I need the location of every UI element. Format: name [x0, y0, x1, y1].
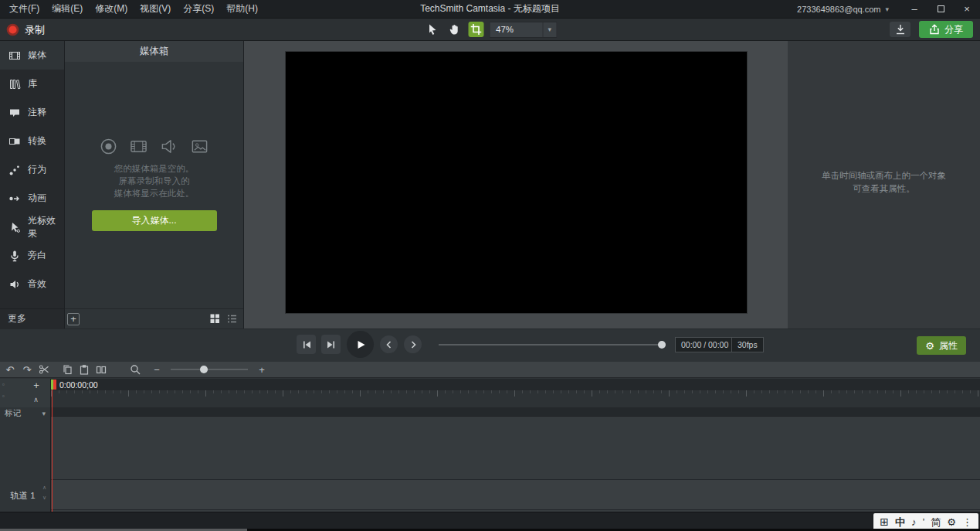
sidebar-item-voice-narration[interactable]: 旁白: [0, 241, 64, 270]
minimize-button[interactable]: –: [901, 0, 927, 18]
account-menu[interactable]: 2733649863@qq.com ▾: [797, 5, 889, 14]
scissors-icon: [39, 364, 49, 375]
empty-text-line: 屏幕录制和导入的: [65, 175, 243, 187]
add-media-button[interactable]: +: [67, 313, 80, 325]
share-label: 分享: [944, 23, 963, 36]
media-bin-empty-icons: [65, 138, 243, 155]
canvas-zoom-value: 47%: [496, 25, 514, 34]
sidebar-item-transitions[interactable]: 转换: [0, 127, 64, 155]
sidebar-item-library[interactable]: 库: [0, 70, 64, 98]
ime-grid-icon[interactable]: ⊞: [880, 516, 889, 527]
ime-tone-icon[interactable]: ♪: [911, 517, 917, 527]
media-bin-empty-state: 您的媒体箱是空的。 屏幕录制和导入的 媒体将显示在此处。 导入媒体...: [65, 138, 243, 231]
playhead-line[interactable]: [52, 407, 53, 512]
gear-icon: ⚙: [925, 341, 934, 351]
close-button[interactable]: ×: [954, 0, 980, 18]
track-1-label[interactable]: 轨道 1: [10, 490, 36, 502]
window-title: TechSmith Camtasia - 无标题项目: [420, 2, 560, 15]
add-track-button[interactable]: +: [30, 380, 42, 391]
hand-icon: [448, 23, 460, 36]
menu-edit[interactable]: 编辑(E): [46, 0, 89, 18]
sidebar-item-media[interactable]: 媒体: [0, 41, 64, 70]
record-button[interactable]: 录制: [6, 22, 45, 38]
select-tool-button[interactable]: [423, 21, 440, 38]
menu-list: 文件(F) 编辑(E) 修改(M) 视图(V) 分享(S) 帮助(H): [0, 0, 264, 18]
clipboard-icon: [79, 364, 90, 375]
chevron-down-icon: ▾: [885, 5, 889, 13]
ime-simplified[interactable]: 简: [931, 517, 941, 527]
speaker-icon: [160, 138, 178, 155]
pan-tool-button[interactable]: [446, 21, 463, 38]
timeline-zoom-knob[interactable]: [200, 366, 208, 373]
list-view-icon[interactable]: [227, 314, 237, 324]
sidebar-item-animations[interactable]: 动画: [0, 184, 64, 213]
filmstrip-icon: [129, 138, 148, 155]
prev-button[interactable]: [380, 335, 398, 353]
crop-tool-button[interactable]: [468, 22, 483, 37]
ime-mode-chinese[interactable]: 中: [895, 517, 905, 527]
properties-panel: 单击时间轴或画布上的一个对象 可查看其属性。: [788, 41, 980, 328]
canvas-tools: 47% ▾: [423, 21, 557, 38]
playhead-handle[interactable]: [51, 380, 56, 390]
microphone-icon: [8, 249, 21, 262]
sidebar-item-cursor-effects[interactable]: 光标效果: [0, 213, 64, 241]
canvas-zoom-select[interactable]: 47% ▾: [489, 22, 557, 38]
step-forward-button[interactable]: [321, 335, 341, 354]
menu-share[interactable]: 分享(S): [177, 0, 220, 18]
import-media-button[interactable]: 导入媒体...: [92, 210, 217, 231]
sidebar-more-button[interactable]: 更多: [0, 308, 64, 328]
preview-canvas[interactable]: [286, 52, 747, 313]
restore-button[interactable]: [927, 0, 954, 18]
ime-settings-gear-icon[interactable]: ⚙: [947, 517, 956, 527]
chevron-down-icon: ▾: [42, 410, 46, 417]
menu-view[interactable]: 视图(V): [134, 0, 177, 18]
step-back-button[interactable]: [297, 335, 316, 354]
paste-button[interactable]: [78, 363, 90, 376]
menu-file[interactable]: 文件(F): [3, 0, 46, 18]
tracks-area[interactable]: [51, 407, 980, 512]
sidebar-item-label: 动画: [28, 192, 46, 205]
marker-lane[interactable]: [51, 407, 980, 417]
track-resize-handle[interactable]: ∧ ∨: [42, 485, 46, 500]
timeline-zoom-button[interactable]: [129, 363, 141, 376]
playback-slider-knob[interactable]: [658, 341, 666, 349]
markers-header[interactable]: 标记 ▾: [5, 408, 46, 419]
timeline-head-grips: ▫ ▫: [2, 382, 5, 400]
magnifier-icon: [130, 364, 141, 375]
ime-punctuation-icon[interactable]: ’: [922, 517, 924, 527]
sidebar-item-audio-effects[interactable]: 音效: [0, 270, 64, 298]
playback-slider[interactable]: [439, 344, 664, 345]
track-1-lane[interactable]: [51, 479, 980, 510]
timeline-zoom-in-button[interactable]: +: [256, 363, 268, 376]
next-button[interactable]: [404, 335, 422, 353]
share-button[interactable]: 分享: [919, 21, 973, 38]
properties-toggle-button[interactable]: ⚙ 属性: [917, 336, 966, 355]
ime-toolbar[interactable]: ⊞ 中 ♪ ’ 简 ⚙ ⋮: [873, 513, 978, 530]
copy-button[interactable]: [61, 363, 73, 376]
ruler-ticks: 0:00:00;00 0:00:10;00 0:00:20;00 0:00:30…: [51, 390, 980, 407]
timeline-zoom-slider[interactable]: [171, 369, 248, 370]
redo-button[interactable]: ↷: [21, 363, 33, 376]
record-circle-icon: [100, 138, 117, 155]
cursor-effects-icon: [8, 220, 21, 233]
timeline-ruler[interactable]: 0:00:00;00 0:00:10;00 0:00:20;00 0:00:30…: [51, 379, 980, 407]
playhead-time: 0:00:00;00: [59, 380, 98, 390]
sidebar-item-behaviors[interactable]: 行为: [0, 155, 64, 184]
playhead-line: [52, 390, 53, 407]
grip-icon: ▫: [2, 393, 5, 400]
undo-button[interactable]: ↶: [4, 363, 16, 376]
menu-modify[interactable]: 修改(M): [89, 0, 134, 18]
play-button[interactable]: [347, 331, 374, 358]
collapse-tracks-button[interactable]: ∧: [28, 393, 44, 405]
tools-sidebar: 媒体 库 注释 转换 行为 动画 光标效果 旁白: [0, 41, 64, 328]
ime-more-icon[interactable]: ⋮: [962, 517, 972, 527]
cut-button[interactable]: [38, 363, 50, 376]
sidebar-item-annotations[interactable]: 注释: [0, 98, 64, 127]
grid-view-icon[interactable]: [210, 314, 220, 324]
export-local-button[interactable]: [890, 22, 910, 37]
menu-help[interactable]: 帮助(H): [220, 0, 264, 18]
timeline-zoom-out-button[interactable]: −: [151, 363, 163, 376]
record-label: 录制: [25, 23, 45, 37]
split-button[interactable]: [95, 363, 107, 376]
record-icon: [6, 23, 19, 36]
